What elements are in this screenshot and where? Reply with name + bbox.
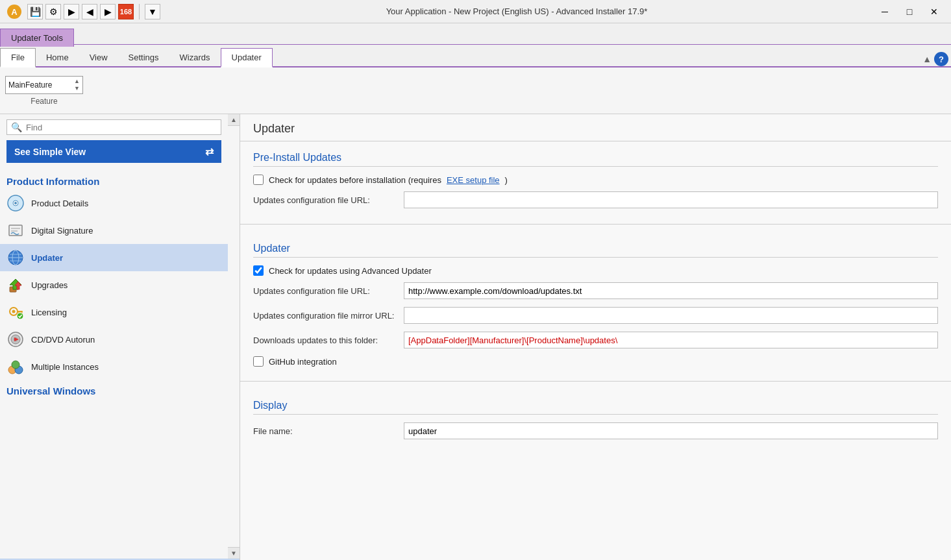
updates-mirror-url-row: Updates configuration file mirror URL:: [253, 307, 938, 324]
updates-mirror-url-input[interactable]: [404, 307, 938, 324]
feature-up-arrow[interactable]: ▲: [74, 78, 80, 84]
build-button[interactable]: ⚙: [45, 4, 61, 19]
sidebar-item-digital-signature-label: Digital Signature: [31, 226, 93, 236]
dropdown-button[interactable]: ▼: [145, 4, 160, 19]
tab-home[interactable]: Home: [36, 49, 79, 66]
tab-wizards[interactable]: Wizards: [169, 49, 221, 66]
instances-icon: [6, 358, 25, 376]
github-integration-row: GitHub integration: [253, 356, 938, 367]
feature-label: Feature: [31, 97, 57, 106]
tab-view[interactable]: View: [79, 49, 118, 66]
updates-config-url-row: Updates configuration file URL:: [253, 282, 938, 299]
feature-combo-value: MainFeature: [8, 80, 52, 90]
sidebar-item-upgrades-label: Upgrades: [31, 280, 68, 290]
updater-section-title: Updater: [253, 243, 938, 258]
cd-icon: [6, 194, 25, 212]
updater-section: Updater Check for updates using Advanced…: [240, 232, 951, 378]
key-icon: [6, 303, 25, 321]
maximize-button[interactable]: □: [898, 3, 921, 21]
tab-file[interactable]: File: [0, 48, 36, 67]
tab-updater[interactable]: Updater: [221, 48, 273, 67]
sidebar-item-digital-signature[interactable]: Digital Signature: [0, 217, 228, 244]
check-before-install-label: Check for updates before installation (r…: [269, 175, 441, 185]
display-section: Display File name:: [240, 389, 951, 452]
sidebar-scroll[interactable]: 🔍 See Simple View ⇄ Product Information: [0, 114, 240, 560]
minimize-button[interactable]: ─: [873, 3, 896, 21]
save-button[interactable]: 💾: [27, 4, 43, 19]
section-header-universal-windows: Universal Windows: [0, 380, 228, 399]
updates-config-url-input[interactable]: [404, 282, 938, 299]
github-integration-label: GitHub integration: [269, 357, 337, 367]
sidebar-item-licensing-label: Licensing: [31, 308, 67, 317]
sidebar-item-product-details[interactable]: Product Details: [0, 189, 228, 217]
svg-point-4: [14, 202, 17, 204]
updates-config-url-label: Updates configuration file URL:: [253, 286, 396, 296]
display-section-title: Display: [253, 400, 938, 415]
file-name-input[interactable]: [404, 422, 938, 439]
pre-install-section: Pre-Install Updates Check for updates be…: [240, 141, 951, 221]
content-title: Updater: [240, 114, 951, 141]
svg-point-28: [12, 361, 19, 369]
check-advanced-updater-checkbox[interactable]: [253, 265, 264, 276]
badge-button[interactable]: 168: [118, 4, 134, 19]
feature-combo[interactable]: MainFeature ▲ ▼: [5, 76, 83, 94]
sidebar-item-product-details-label: Product Details: [31, 199, 88, 208]
github-integration-checkbox[interactable]: [253, 356, 264, 367]
toolbar-separator: [139, 4, 140, 19]
sidebar-scroll-down[interactable]: ▼: [228, 547, 240, 559]
sidebar-item-updater[interactable]: Updater: [0, 244, 228, 271]
run-button[interactable]: ▶: [64, 4, 79, 19]
swap-icon: ⇄: [205, 145, 214, 158]
updates-config-url-pre-input[interactable]: [404, 191, 938, 208]
sidebar-item-licensing[interactable]: Licensing: [0, 298, 228, 326]
section-header-product-information: Product Information: [0, 171, 228, 189]
svg-point-21: [17, 313, 23, 319]
file-name-label: File name:: [253, 426, 396, 436]
tab-updater-tools[interactable]: Updater Tools: [0, 29, 74, 47]
search-icon: 🔍: [11, 122, 22, 132]
ribbon: Updater Tools File Home View Settings Wi…: [0, 23, 951, 67]
exe-setup-suffix: ): [505, 175, 508, 185]
check-before-install-checkbox[interactable]: [253, 175, 264, 185]
forward-button[interactable]: ▶: [100, 4, 116, 19]
main-area: 🔍 See Simple View ⇄ Product Information: [0, 114, 951, 560]
sidebar-item-cd-dvd-autorun[interactable]: CD/DVD Autorun: [0, 326, 228, 353]
content-area: Updater Pre-Install Updates Check for up…: [240, 114, 951, 560]
search-input[interactable]: [26, 123, 217, 132]
sidebar-spacer: [0, 399, 228, 425]
pre-install-title: Pre-Install Updates: [253, 152, 938, 167]
simple-view-button[interactable]: See Simple View ⇄: [6, 140, 221, 163]
close-button[interactable]: ✕: [922, 3, 946, 21]
sidebar: 🔍 See Simple View ⇄ Product Information: [0, 114, 240, 560]
sidebar-scroll-up[interactable]: ▲: [228, 114, 240, 126]
search-box[interactable]: 🔍: [6, 119, 221, 135]
help-button[interactable]: ?: [934, 52, 948, 66]
toolbar-buttons: 💾 ⚙ ▶ ◀ ▶ 168 ▼: [27, 4, 160, 19]
svg-point-17: [12, 310, 16, 313]
sidebar-item-updater-label: Updater: [31, 253, 63, 263]
updates-config-url-pre-row: Updates configuration file URL:: [253, 191, 938, 208]
check-advanced-updater-row: Check for updates using Advanced Updater: [253, 265, 938, 276]
sidebar-item-multiple-instances[interactable]: Multiple Instances: [0, 353, 228, 380]
divider-1: [240, 224, 951, 225]
tab-settings[interactable]: Settings: [118, 49, 169, 66]
sidebar-item-upgrades[interactable]: Upgrades: [0, 271, 228, 298]
title-bar: A 💾 ⚙ ▶ ◀ ▶ 168 ▼ Your Application - New…: [0, 0, 951, 23]
signature-icon: [6, 221, 25, 239]
divider-2: [240, 381, 951, 382]
exe-setup-link[interactable]: EXE setup file: [447, 175, 500, 185]
sidebar-item-cd-dvd-autorun-label: CD/DVD Autorun: [31, 335, 95, 345]
downloads-folder-input[interactable]: [404, 332, 938, 348]
back-button[interactable]: ◀: [82, 4, 97, 19]
disk-icon: [6, 330, 25, 348]
file-name-row: File name:: [253, 422, 938, 439]
ribbon-collapse-button[interactable]: ▲: [922, 54, 932, 64]
window-controls: ─ □ ✕: [873, 3, 946, 21]
window-title: Your Application - New Project (English …: [160, 6, 873, 16]
updates-config-url-pre-label: Updates configuration file URL:: [253, 195, 396, 205]
downloads-folder-label: Downloads updates to this folder:: [253, 335, 396, 345]
upgrade-icon: [6, 276, 25, 294]
feature-down-arrow[interactable]: ▼: [74, 85, 80, 91]
check-before-install-row: Check for updates before installation (r…: [253, 175, 938, 185]
check-advanced-updater-label: Check for updates using Advanced Updater: [269, 266, 432, 276]
